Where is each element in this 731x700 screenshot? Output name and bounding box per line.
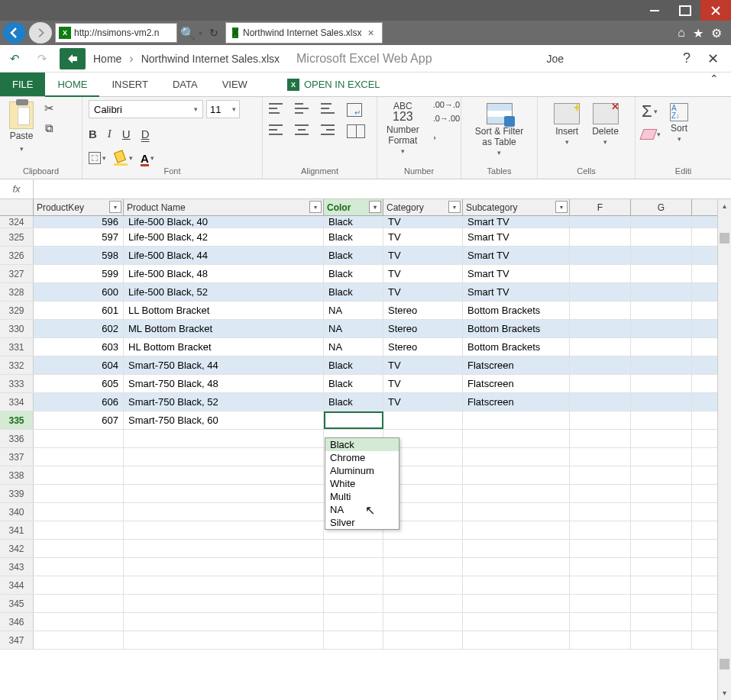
underline-button[interactable]: U	[122, 127, 131, 140]
scroll-up-button[interactable]: ▴	[718, 199, 731, 213]
cell-color[interactable]: Black	[324, 393, 383, 411]
cell-empty[interactable]	[124, 503, 324, 521]
merge-button[interactable]	[347, 124, 365, 138]
row-number[interactable]: 330	[0, 320, 34, 337]
cell-empty[interactable]	[570, 338, 631, 356]
cell-empty[interactable]	[124, 485, 324, 502]
cell-category[interactable]	[383, 411, 463, 429]
align-middle-button[interactable]	[295, 103, 309, 117]
autosum-button[interactable]: Σ▾	[642, 102, 661, 121]
back-button[interactable]	[3, 22, 26, 44]
cell-color[interactable]: NA	[324, 320, 383, 337]
cell-productkey[interactable]: 607	[34, 411, 124, 429]
cell-empty[interactable]	[324, 576, 383, 594]
row-number[interactable]: 334	[0, 393, 34, 411]
cell-empty[interactable]	[631, 247, 692, 264]
cell-empty[interactable]	[34, 613, 124, 631]
collapse-ribbon-button[interactable]: ⌃	[697, 73, 731, 96]
tab-close-icon[interactable]: ×	[366, 27, 375, 39]
row-number[interactable]: 344	[0, 576, 34, 594]
cell-empty[interactable]	[570, 613, 631, 631]
cell-empty[interactable]	[124, 448, 324, 466]
cell-empty[interactable]	[570, 411, 631, 429]
cell-empty[interactable]	[124, 631, 324, 649]
address-bar[interactable]: X http://nsimons-vm2.n	[55, 23, 177, 43]
fill-color-button[interactable]: ▾	[114, 151, 133, 165]
cell-empty[interactable]	[570, 283, 631, 301]
cell-color-editing[interactable]: ▾	[324, 411, 383, 429]
tab-home[interactable]: HOME	[45, 73, 99, 97]
cell-category[interactable]: TV	[383, 375, 463, 392]
cell-empty[interactable]	[463, 613, 570, 631]
cell-productname[interactable]: Life-500 Black, 52	[124, 283, 324, 301]
vertical-scrollbar[interactable]: ▴ ▾	[717, 199, 731, 700]
cell-empty[interactable]	[124, 540, 324, 557]
cell-category[interactable]: TV	[383, 247, 463, 264]
cell-empty[interactable]	[463, 558, 570, 576]
cell-empty[interactable]	[631, 283, 692, 301]
tab-file[interactable]: FILE	[0, 73, 45, 96]
bold-button[interactable]: B	[89, 127, 97, 140]
row-number[interactable]: 346	[0, 613, 34, 631]
cell-empty[interactable]	[570, 466, 631, 484]
cell-productkey[interactable]: 606	[34, 393, 124, 411]
column-header-f[interactable]: F	[570, 199, 631, 215]
sort-button[interactable]: AZ↓ Sort ▾	[667, 102, 691, 144]
cell-empty[interactable]	[124, 613, 324, 631]
cell-color[interactable]: NA	[324, 302, 383, 319]
cell-empty[interactable]	[570, 228, 631, 246]
breadcrumb-home[interactable]: Home	[93, 53, 121, 65]
tab-data[interactable]: DATA	[160, 73, 210, 96]
cell-empty[interactable]	[570, 430, 631, 447]
cell-empty[interactable]	[34, 576, 124, 594]
formula-input[interactable]	[34, 179, 731, 198]
close-webapp-button[interactable]: ✕	[703, 50, 723, 67]
cell-productname[interactable]: LL Bottom Bracket	[124, 302, 324, 319]
cell-color[interactable]: NA	[324, 338, 383, 356]
row-number[interactable]: 335	[0, 411, 34, 429]
decrease-decimal-button[interactable]: .0→.00	[433, 114, 460, 123]
cell-empty[interactable]	[463, 521, 570, 539]
align-top-button[interactable]	[269, 103, 283, 117]
cell-empty[interactable]	[570, 216, 631, 227]
sort-filter-table-button[interactable]: Sort & Filter as Table ▾	[467, 102, 531, 158]
scroll-thumb[interactable]	[720, 659, 729, 669]
row-number[interactable]: 331	[0, 338, 34, 356]
cell-empty[interactable]	[631, 466, 692, 484]
window-close-button[interactable]	[700, 0, 731, 21]
row-number[interactable]: 324	[0, 216, 34, 227]
user-name[interactable]: Joe	[546, 53, 564, 65]
cell-empty[interactable]	[463, 466, 570, 484]
breadcrumb-file[interactable]: Northwind Internet Sales.xlsx	[141, 53, 280, 65]
cell-empty[interactable]	[34, 631, 124, 649]
cell-empty[interactable]	[34, 595, 124, 612]
cell-empty[interactable]	[570, 631, 631, 649]
cell-category[interactable]: TV	[383, 265, 463, 282]
dropdown-option[interactable]: White	[325, 477, 399, 490]
cell-dropdown-button[interactable]: ▾	[382, 413, 383, 429]
cell-color[interactable]: Black	[324, 283, 383, 301]
cell-empty[interactable]	[463, 540, 570, 557]
dropdown-option[interactable]: NA	[325, 503, 399, 516]
cell-color[interactable]: Black	[324, 228, 383, 246]
redo-button[interactable]: ↷	[32, 49, 52, 69]
align-bottom-button[interactable]	[321, 103, 335, 117]
row-number[interactable]: 340	[0, 503, 34, 521]
row-number[interactable]: 339	[0, 485, 34, 502]
cell-empty[interactable]	[383, 595, 463, 612]
cell-empty[interactable]	[631, 521, 692, 539]
cell-empty[interactable]	[463, 631, 570, 649]
cell-empty[interactable]	[570, 247, 631, 264]
select-all-corner[interactable]	[0, 199, 34, 215]
search-icon[interactable]: 🔍	[180, 26, 196, 40]
cell-productkey[interactable]: 596	[34, 216, 124, 227]
scroll-down-button[interactable]: ▾	[718, 686, 731, 700]
dropdown-option[interactable]: Multi	[325, 490, 399, 503]
row-number[interactable]: 327	[0, 265, 34, 282]
cell-empty[interactable]	[631, 375, 692, 392]
borders-button[interactable]: ▾	[89, 152, 106, 164]
cell-empty[interactable]	[631, 595, 692, 612]
filter-button[interactable]: ▾	[555, 201, 568, 213]
cell-empty[interactable]	[324, 631, 383, 649]
cell-subcategory[interactable]: Smart TV	[463, 216, 570, 227]
